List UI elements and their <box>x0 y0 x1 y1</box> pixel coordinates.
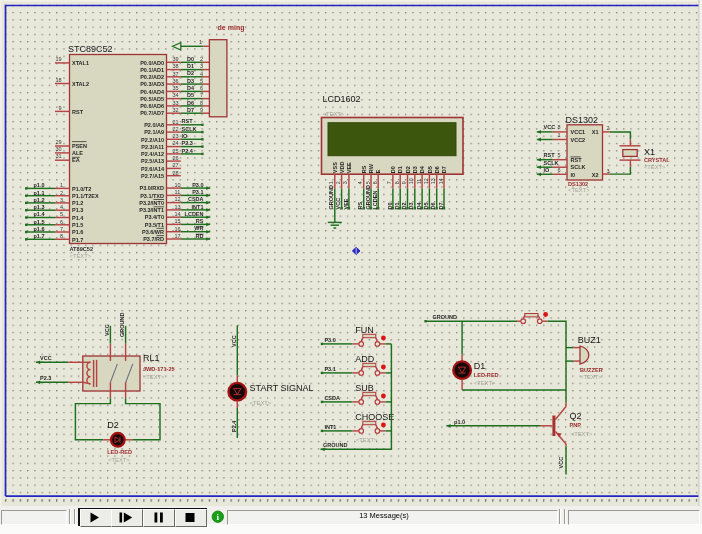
svg-text:8: 8 <box>60 233 63 239</box>
svg-text:<TEXT>: <TEXT> <box>474 380 496 386</box>
svg-text:VEE: VEE <box>343 198 349 209</box>
svg-text:RST: RST <box>72 109 84 115</box>
svg-text:D5: D5 <box>423 202 429 209</box>
svg-text:27: 27 <box>173 162 179 168</box>
svg-text:PNP: PNP <box>570 422 582 428</box>
svg-text:19: 19 <box>55 56 61 62</box>
svg-text:D4: D4 <box>419 165 425 173</box>
svg-text:3: 3 <box>343 181 349 184</box>
svg-text:D2: D2 <box>187 70 194 76</box>
svg-text:5: 5 <box>200 78 203 84</box>
svg-text:p1.5: p1.5 <box>34 219 45 225</box>
svg-text:P1.6: P1.6 <box>72 229 83 235</box>
svg-text:INT1: INT1 <box>192 204 204 210</box>
svg-text:8: 8 <box>558 124 561 130</box>
svg-text:VCC: VCC <box>104 324 110 336</box>
svg-text:ADD: ADD <box>355 354 375 364</box>
svg-text:D6: D6 <box>434 166 440 173</box>
svg-text:<TEXT>: <TEXT> <box>568 187 590 193</box>
svg-text:12: 12 <box>423 178 429 184</box>
svg-text:D3: D3 <box>412 166 418 173</box>
svg-text:7: 7 <box>60 226 63 232</box>
svg-text:RD: RD <box>196 233 204 239</box>
svg-text:JWD-171-25: JWD-171-25 <box>143 366 175 372</box>
svg-text:D0: D0 <box>390 166 396 173</box>
svg-text:P3.1/TXD: P3.1/TXD <box>140 193 164 199</box>
svg-text:RS: RS <box>196 218 204 224</box>
svg-text:D0: D0 <box>187 56 194 62</box>
svg-text:6: 6 <box>200 85 203 91</box>
svg-text:XTAL2: XTAL2 <box>72 81 89 87</box>
svg-text:<TEXT>: <TEXT> <box>571 431 593 437</box>
svg-text:VEE: VEE <box>346 162 352 173</box>
svg-text:31: 31 <box>55 153 61 159</box>
svg-text:GROUND: GROUND <box>328 185 334 209</box>
svg-text:P2.6/A14: P2.6/A14 <box>141 166 165 172</box>
svg-text:14: 14 <box>175 211 181 217</box>
svg-text:9: 9 <box>58 105 61 111</box>
svg-text:RS: RS <box>361 165 367 173</box>
svg-text:P2.4: P2.4 <box>231 420 237 432</box>
svg-text:X1: X1 <box>592 129 599 135</box>
svg-text:D1: D1 <box>394 202 400 209</box>
svg-text:EA: EA <box>72 157 80 163</box>
svg-text:I0: I0 <box>571 172 576 178</box>
svg-text:P0.6/AD6: P0.6/AD6 <box>140 103 164 109</box>
svg-text:36: 36 <box>173 78 179 84</box>
svg-text:P2.3: P2.3 <box>40 375 51 381</box>
svg-text:VDD: VDD <box>339 162 345 174</box>
svg-text:P2.3/A11: P2.3/A11 <box>141 144 164 150</box>
svg-text:CSDA: CSDA <box>324 395 340 401</box>
svg-text:P2.5/A13: P2.5/A13 <box>141 158 164 164</box>
svg-text:AT89C52: AT89C52 <box>70 246 94 252</box>
svg-text:8: 8 <box>394 181 400 184</box>
svg-text:D7: D7 <box>187 107 194 113</box>
svg-text:BUZ1: BUZ1 <box>578 335 601 345</box>
svg-text:P0.5/AD5: P0.5/AD5 <box>140 96 164 102</box>
svg-text:LCD1602: LCD1602 <box>323 94 361 104</box>
svg-text:4: 4 <box>60 204 63 210</box>
svg-text:D2: D2 <box>405 166 411 173</box>
svg-text:P3.4/T0: P3.4/T0 <box>145 214 164 220</box>
svg-text:<TEXT>: <TEXT> <box>323 111 345 117</box>
svg-text:IO: IO <box>182 133 189 139</box>
svg-text:8: 8 <box>200 100 203 106</box>
svg-text:P3.0: P3.0 <box>192 182 203 188</box>
svg-text:13: 13 <box>175 204 181 210</box>
svg-text:6: 6 <box>372 181 378 184</box>
svg-text:P1.4: P1.4 <box>72 215 84 221</box>
svg-text:de ming: de ming <box>218 24 245 32</box>
svg-text:VCC: VCC <box>544 124 556 130</box>
svg-text:VCC2: VCC2 <box>571 137 586 143</box>
svg-text:<TEXT>: <TEXT> <box>108 457 130 463</box>
svg-text:D0: D0 <box>387 202 393 209</box>
svg-text:VSS: VSS <box>332 162 338 173</box>
svg-text:5: 5 <box>60 211 63 217</box>
svg-text:VCC: VCC <box>40 355 52 361</box>
svg-text:2: 2 <box>607 125 610 131</box>
svg-text:16: 16 <box>175 226 181 232</box>
svg-text:24: 24 <box>173 140 179 146</box>
svg-text:SCLK: SCLK <box>571 164 586 170</box>
svg-text:GROUND: GROUND <box>365 185 371 209</box>
svg-text:30: 30 <box>55 146 61 152</box>
svg-text:10: 10 <box>408 178 414 184</box>
svg-text:21: 21 <box>173 119 179 125</box>
svg-text:p1.2: p1.2 <box>34 197 45 203</box>
svg-text:GROUND: GROUND <box>119 313 125 337</box>
svg-text:14: 14 <box>438 178 444 184</box>
svg-text:P1.5: P1.5 <box>72 222 83 228</box>
svg-text:P3.6/WR: P3.6/WR <box>142 229 164 235</box>
svg-text:9: 9 <box>200 107 203 113</box>
svg-text:VCC: VCC <box>558 457 564 469</box>
svg-text:D2: D2 <box>401 202 407 209</box>
svg-text:RL1: RL1 <box>143 353 160 363</box>
svg-text:GROUND: GROUND <box>323 442 347 448</box>
svg-text:P3.5/T1: P3.5/T1 <box>145 222 164 228</box>
svg-text:p1.6: p1.6 <box>34 226 45 232</box>
svg-text:D5: D5 <box>427 166 433 173</box>
svg-text:P2.4/A12: P2.4/A12 <box>141 151 164 157</box>
svg-text:D3: D3 <box>187 78 194 84</box>
svg-text:<TEXT>: <TEXT> <box>143 374 165 380</box>
svg-text:23: 23 <box>173 133 179 139</box>
